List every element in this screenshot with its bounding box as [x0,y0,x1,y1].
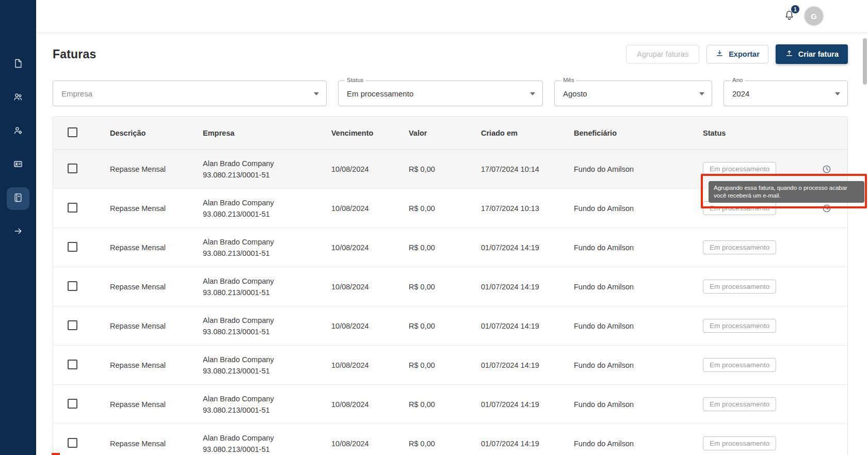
cell-vencimento: 10/08/2024 [331,322,409,330]
processing-clock-icon [822,203,832,214]
cell-vencimento: 10/08/2024 [331,204,409,213]
grouping-tooltip: Agrupando essa fatura, quando o processo… [709,181,864,203]
filter-status-value: Em processamento [347,89,413,98]
cell-beneficiario: Fundo do Amilson [574,283,703,291]
sidebar-item-cards[interactable] [7,154,29,176]
row-checkbox[interactable] [68,360,77,369]
empresa-nome: Alan Brado Company [203,432,331,444]
cell-descricao: Repasse Mensal [110,283,203,291]
row-checkbox[interactable] [68,320,77,330]
cell-valor: R$ 0,00 [409,283,481,291]
id-card-icon [13,159,23,171]
cell-beneficiario: Fundo do Amilson [574,165,703,173]
filter-mes-label: Mês [561,77,576,83]
cell-empresa: Alan Brado Company 93.080.213/0001-51 [203,158,331,181]
cell-empresa: Alan Brado Company 93.080.213/0001-51 [203,354,331,377]
row-checkbox[interactable] [68,399,77,409]
sidebar-item-users[interactable] [7,87,29,109]
vertical-scrollbar-thumb[interactable] [863,38,867,85]
cell-status: Em processamento [703,240,847,254]
status-chip: Em processamento [703,162,776,176]
table-row[interactable]: Repasse Mensal Alan Brado Company 93.080… [53,346,847,385]
cell-descricao: Repasse Mensal [110,204,203,213]
invoices-book-icon [13,192,23,205]
row-checkbox[interactable] [68,438,77,448]
cell-status: Em processamento [703,397,847,411]
cell-valor: R$ 0,00 [409,165,481,173]
cell-status: Em processamento [703,201,847,215]
row-checkbox[interactable] [68,164,77,173]
sidebar-item-expand[interactable] [7,221,29,243]
cell-vencimento: 10/08/2024 [331,361,409,369]
create-invoice-button[interactable]: Criar fatura [776,44,848,64]
cell-beneficiario: Fundo do Amilson [574,400,703,409]
cell-beneficiario: Fundo do Amilson [574,440,703,448]
select-all-checkbox[interactable] [68,127,77,137]
title-row: Faturas Agrupar faturas Exportar Criar f… [53,44,848,64]
status-chip: Em processamento [703,436,776,450]
table-row[interactable]: Repasse Mensal Alan Brado Company 93.080… [53,306,847,346]
empresa-nome: Alan Brado Company [203,354,331,365]
filter-mes[interactable]: Mês Agosto [554,80,712,106]
row-checkbox[interactable] [68,281,77,291]
empresa-cnpj: 93.080.213/0001-51 [203,404,331,416]
page-actions: Agrupar faturas Exportar Criar fatura [626,44,848,64]
cell-criado-em: 01/07/2024 14:19 [481,400,574,409]
cell-valor: R$ 0,00 [409,322,481,330]
cell-status: Em processamento [703,358,847,372]
column-header-criado-em: Criado em [481,129,574,137]
sidebar-item-documents[interactable] [7,53,29,76]
create-invoice-label: Criar fatura [798,50,839,58]
cell-valor: R$ 0,00 [409,440,481,448]
user-gear-icon [13,125,23,138]
filter-status-label: Status [345,77,366,83]
cell-criado-em: 01/07/2024 14:19 [481,243,574,252]
download-icon [715,49,724,59]
top-header: 1 G [36,0,868,32]
row-checkbox[interactable] [68,242,77,252]
empresa-nome: Alan Brado Company [203,236,331,248]
cell-vencimento: 10/08/2024 [331,165,409,173]
filter-ano[interactable]: Ano 2024 [724,80,848,106]
empresa-cnpj: 93.080.213/0001-51 [203,326,331,337]
cell-descricao: Repasse Mensal [110,165,203,173]
table-row[interactable]: Repasse Mensal Alan Brado Company 93.080… [53,385,847,424]
status-chip: Em processamento [703,280,776,294]
sidebar-item-user-settings[interactable] [7,120,29,143]
table-row[interactable]: Repasse Mensal Alan Brado Company 93.080… [53,228,847,267]
cell-descricao: Repasse Mensal [110,243,203,252]
chevron-down-icon [530,92,535,95]
cell-empresa: Alan Brado Company 93.080.213/0001-51 [203,432,331,455]
filters-bar: Empresa Status Em processamento Mês Agos… [53,80,848,106]
document-icon [13,58,23,71]
row-checkbox[interactable] [68,203,77,213]
filter-status[interactable]: Status Em processamento [338,80,543,106]
table-row[interactable]: Repasse Mensal Alan Brado Company 93.080… [53,424,847,455]
cell-empresa: Alan Brado Company 93.080.213/0001-51 [203,315,331,337]
arrow-right-icon [13,226,23,238]
sidebar-item-invoices[interactable] [7,187,29,210]
cell-vencimento: 10/08/2024 [331,400,409,409]
cell-empresa: Alan Brado Company 93.080.213/0001-51 [203,393,331,416]
table-row[interactable]: Repasse Mensal Alan Brado Company 93.080… [53,267,847,306]
empresa-cnpj: 93.080.213/0001-51 [203,365,331,377]
cell-beneficiario: Fundo do Amilson [574,243,703,252]
table-header: Descrição Empresa Vencimento Valor Criad… [53,117,847,150]
group-invoices-button[interactable]: Agrupar faturas [626,45,699,63]
column-header-status: Status [703,129,847,137]
cell-status: Em processamento [703,280,847,294]
status-chip: Em processamento [703,319,776,333]
export-button[interactable]: Exportar [706,45,768,63]
export-label: Exportar [729,50,760,58]
cell-vencimento: 10/08/2024 [331,283,409,291]
empresa-cnpj: 93.080.213/0001-51 [203,248,331,259]
cell-vencimento: 10/08/2024 [331,243,409,252]
cell-criado-em: 01/07/2024 14:19 [481,440,574,448]
group-invoices-label: Agrupar faturas [637,50,688,58]
cell-valor: R$ 0,00 [409,204,481,213]
cell-criado-em: 01/07/2024 14:19 [481,322,574,330]
filter-empresa[interactable]: Empresa [53,80,327,106]
notifications-button[interactable]: 1 [783,9,796,23]
status-chip: Em processamento [703,397,776,411]
avatar[interactable]: G [805,7,823,25]
